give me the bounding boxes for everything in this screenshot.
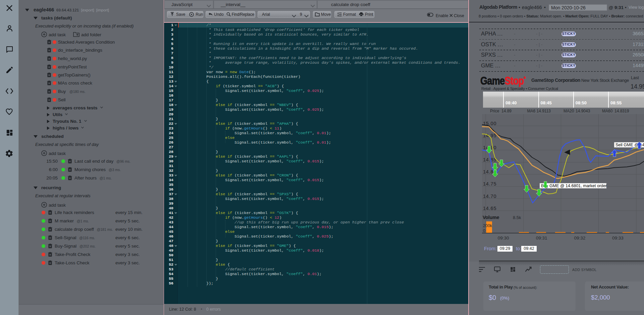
svg-text:200k: 200k — [483, 223, 492, 228]
svg-text:8.5k: 8.5k — [513, 215, 521, 220]
svg-text:09:33: 09:33 — [612, 235, 624, 241]
svg-text:0: 0 — [483, 228, 485, 233]
svg-text:14.85: 14.85 — [483, 157, 496, 162]
svg-text:09:32: 09:32 — [574, 235, 585, 241]
svg-text:09:30: 09:30 — [498, 235, 509, 241]
svg-text:Buy GME @ 14.6801, market orde: Buy GME @ 14.6801, market order — [541, 183, 607, 188]
svg-text:14.70: 14.70 — [483, 194, 496, 199]
svg-text:14.75: 14.75 — [483, 181, 496, 187]
svg-text:14.65: 14.65 — [483, 206, 496, 211]
svg-text:09:31: 09:31 — [536, 235, 547, 241]
svg-text:14.95: 14.95 — [483, 133, 496, 138]
svg-text:Volume: Volume — [483, 215, 499, 220]
